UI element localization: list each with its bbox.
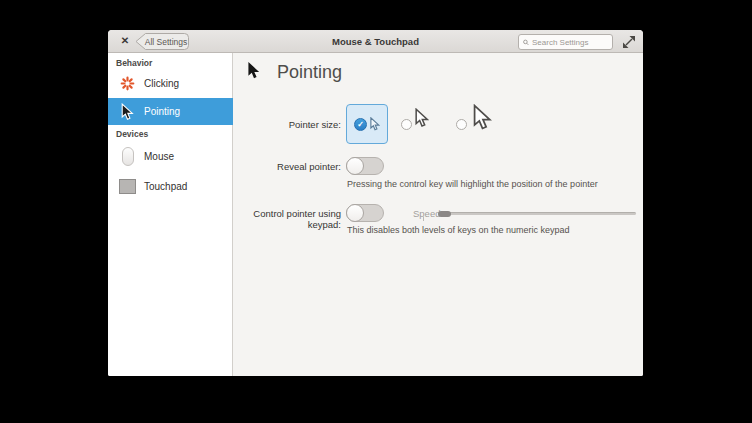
sidebar-item-label: Pointing — [144, 106, 180, 117]
sidebar-header-behavior: Behavior — [116, 58, 152, 68]
speed-slider-tick — [423, 217, 424, 221]
large-cursor-icon[interactable] — [473, 104, 492, 131]
pointer-arrow-icon — [119, 101, 136, 123]
reveal-pointer-label: Reveal pointer: — [233, 161, 341, 172]
page-title: Pointing — [277, 62, 342, 83]
pointing-pane: Pointing Pointer size: ✓ — [233, 53, 643, 376]
pointer-size-radio-medium[interactable] — [401, 119, 412, 130]
desktop-backdrop: ✕ All Settings Mouse & Touchpad — [0, 0, 752, 423]
sidebar-item-mouse[interactable]: Mouse — [108, 142, 233, 170]
speed-slider[interactable] — [439, 212, 636, 215]
search-input[interactable] — [532, 38, 608, 47]
clicking-icon — [119, 73, 136, 95]
speed-slider-thumb[interactable] — [438, 211, 451, 217]
reveal-pointer-description: Pressing the control key will highlight … — [347, 179, 598, 189]
medium-cursor-icon[interactable] — [415, 108, 429, 128]
expand-window-icon[interactable] — [622, 35, 636, 49]
pointer-size-label: Pointer size: — [233, 119, 341, 130]
search-field[interactable] — [518, 34, 613, 50]
keypad-toggle[interactable] — [346, 204, 384, 222]
sidebar-item-pointing[interactable]: Pointing — [108, 98, 233, 125]
sidebar-header-devices: Devices — [116, 129, 148, 139]
page-title-cursor-icon — [247, 61, 261, 84]
toggle-knob — [346, 204, 364, 222]
header-bar: ✕ All Settings Mouse & Touchpad — [108, 30, 643, 53]
sidebar-item-label: Mouse — [144, 151, 174, 162]
radio-checked-icon: ✓ — [354, 118, 367, 131]
small-cursor-icon — [370, 117, 380, 131]
settings-window: ✕ All Settings Mouse & Touchpad — [108, 30, 643, 376]
reveal-pointer-toggle[interactable] — [346, 157, 384, 175]
mouse-icon — [119, 145, 136, 167]
pointer-size-radio-large[interactable] — [456, 119, 467, 130]
search-icon — [523, 38, 529, 47]
sidebar-item-label: Touchpad — [144, 181, 187, 192]
touchpad-icon — [119, 175, 136, 197]
toggle-knob — [346, 157, 364, 175]
pointer-size-option-small[interactable]: ✓ — [346, 104, 388, 144]
sidebar-item-clicking[interactable]: Clicking — [108, 70, 233, 97]
keypad-label: Control pointer using keypad: — [233, 208, 341, 230]
keypad-description: This disables both levels of keys on the… — [347, 225, 570, 235]
sidebar-item-label: Clicking — [144, 78, 179, 89]
sidebar-item-touchpad[interactable]: Touchpad — [108, 172, 233, 200]
sidebar: Behavior — [108, 53, 233, 376]
